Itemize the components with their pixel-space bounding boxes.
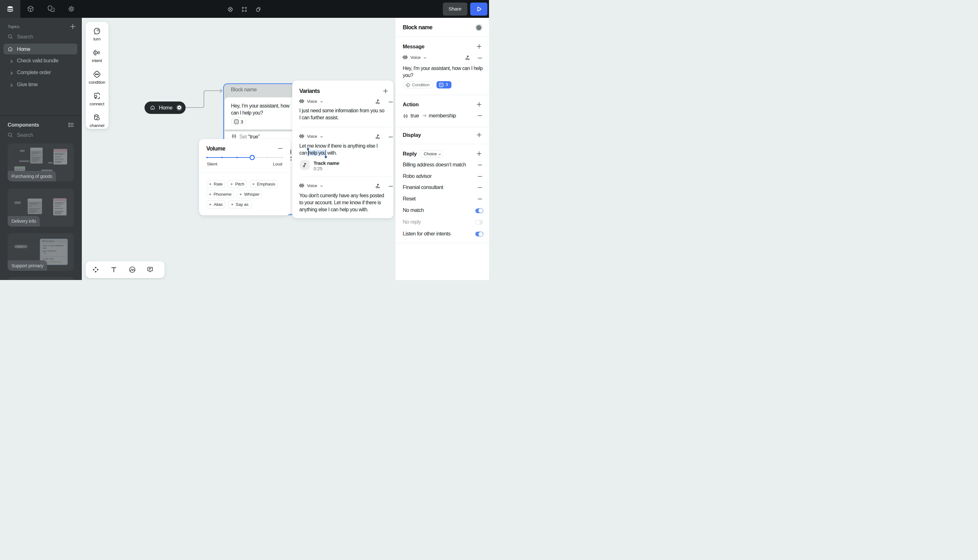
svg-text:IF: IF <box>407 84 409 86</box>
